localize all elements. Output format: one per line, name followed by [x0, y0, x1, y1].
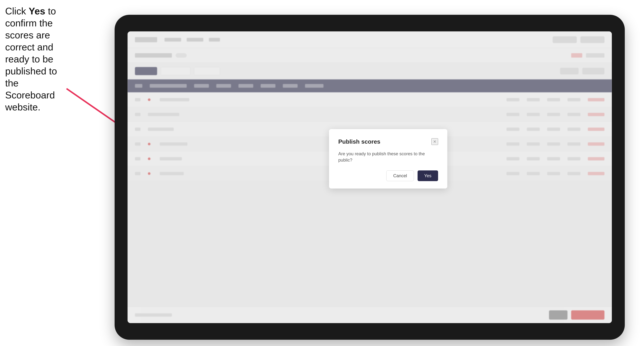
- modal-body-text: Are you ready to publish these scores to…: [338, 151, 438, 163]
- cancel-button[interactable]: Cancel: [386, 171, 414, 181]
- modal-header: Publish scores ×: [338, 138, 438, 145]
- publish-scores-dialog[interactable]: Publish scores × Are you ready to publis…: [329, 129, 447, 188]
- modal-title: Publish scores: [338, 138, 380, 145]
- yes-emphasis: Yes: [29, 6, 45, 16]
- modal-close-button[interactable]: ×: [432, 138, 438, 145]
- tablet-screen: Publish scores × Are you ready to publis…: [128, 31, 612, 323]
- tablet-device: Publish scores × Are you ready to publis…: [114, 15, 625, 340]
- yes-button[interactable]: Yes: [418, 171, 438, 181]
- modal-footer: Cancel Yes: [338, 171, 438, 181]
- modal-overlay: Publish scores × Are you ready to publis…: [128, 31, 612, 323]
- instruction-text: Click Yes to confirm the scores are corr…: [5, 5, 59, 113]
